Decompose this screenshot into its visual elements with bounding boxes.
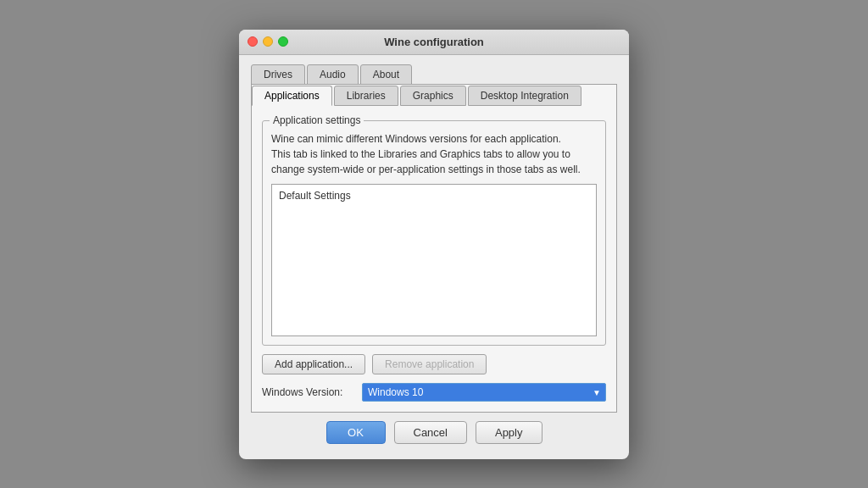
close-button[interactable] bbox=[248, 36, 258, 47]
remove-application-button[interactable]: Remove application bbox=[372, 354, 487, 374]
titlebar: Wine configuration bbox=[239, 30, 629, 55]
add-application-button[interactable]: Add application... bbox=[262, 354, 365, 374]
list-item[interactable]: Default Settings bbox=[275, 188, 593, 203]
tab-drives[interactable]: Drives bbox=[251, 64, 305, 85]
window-title: Wine configuration bbox=[384, 36, 484, 48]
tab-audio[interactable]: Audio bbox=[307, 64, 359, 85]
tab-row-top: Drives Audio About bbox=[251, 64, 617, 84]
tab-desktop-integration[interactable]: Desktop Integration bbox=[468, 86, 581, 106]
group-description: Wine can mimic different Windows version… bbox=[271, 131, 597, 177]
windows-version-select[interactable]: Windows 10 Windows 7 Windows XP Windows … bbox=[362, 383, 606, 402]
application-list[interactable]: Default Settings bbox=[271, 184, 597, 336]
windows-version-row: Windows Version: Windows 10 Windows 7 Wi… bbox=[262, 383, 606, 402]
tab-panel: Applications Libraries Graphics Desktop … bbox=[251, 84, 617, 413]
tab-row-bottom: Applications Libraries Graphics Desktop … bbox=[252, 85, 616, 105]
cancel-button[interactable]: Cancel bbox=[394, 421, 467, 444]
apply-button[interactable]: Apply bbox=[476, 421, 542, 444]
application-settings-group: Application settings Wine can mimic diff… bbox=[262, 120, 606, 346]
group-box-legend: Application settings bbox=[270, 114, 364, 126]
tab-libraries[interactable]: Libraries bbox=[334, 86, 398, 106]
tab-graphics[interactable]: Graphics bbox=[400, 86, 466, 106]
maximize-button[interactable] bbox=[278, 36, 288, 47]
windows-version-select-wrapper: Windows 10 Windows 7 Windows XP Windows … bbox=[362, 383, 606, 402]
minimize-button[interactable] bbox=[263, 36, 273, 47]
tab-applications[interactable]: Applications bbox=[252, 86, 332, 106]
tab-about[interactable]: About bbox=[360, 64, 412, 85]
window-body: Drives Audio About Applications Librarie… bbox=[239, 55, 629, 459]
wine-config-window: Wine configuration Drives Audio About Ap… bbox=[239, 30, 629, 459]
ok-button[interactable]: OK bbox=[326, 421, 386, 444]
app-button-row: Add application... Remove application bbox=[262, 354, 606, 374]
windows-version-label: Windows Version: bbox=[262, 386, 355, 398]
traffic-lights bbox=[248, 36, 288, 47]
footer-button-row: OK Cancel Apply bbox=[251, 413, 617, 447]
